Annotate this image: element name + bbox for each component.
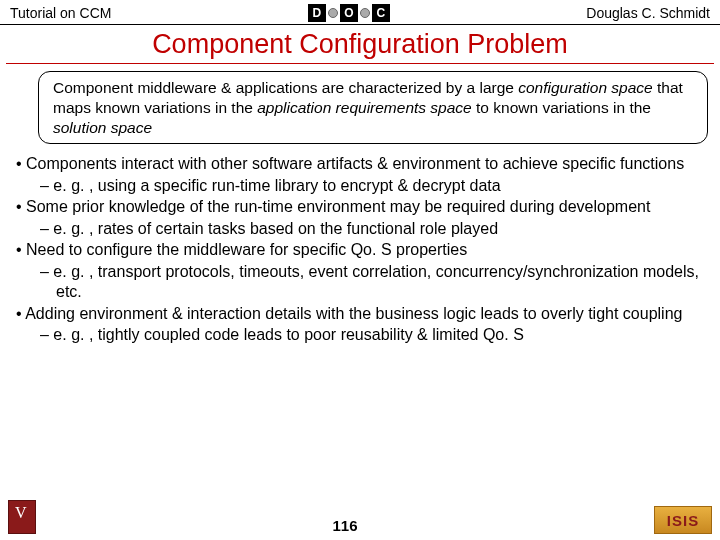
bullet-list: Components interact with other software … bbox=[0, 150, 720, 345]
bullet-level-1: Some prior knowledge of the run-time env… bbox=[16, 197, 704, 217]
bullet-text: Components interact with other software … bbox=[26, 155, 684, 172]
bullet-text: Some prior knowledge of the run-time env… bbox=[26, 198, 650, 215]
page-number: 116 bbox=[36, 517, 654, 534]
summary-callout: Component middleware & applications are … bbox=[38, 71, 708, 144]
bullet-text: Adding environment & interaction details… bbox=[25, 305, 682, 322]
bullet-text: e. g. , transport protocols, timeouts, e… bbox=[53, 263, 699, 300]
bullet-level-1: Need to configure the middleware for spe… bbox=[16, 240, 704, 260]
bullet-level-1: Components interact with other software … bbox=[16, 154, 704, 174]
bullet-text: e. g. , rates of certain tasks based on … bbox=[53, 220, 498, 237]
callout-text: Component middleware & applications are … bbox=[53, 79, 518, 96]
bullet-text: Need to configure the middleware for spe… bbox=[26, 241, 467, 258]
callout-text: to known variations in the bbox=[472, 99, 651, 116]
header-left-text: Tutorial on CCM bbox=[10, 5, 111, 21]
header-right-text: Douglas C. Schmidt bbox=[586, 5, 710, 21]
isis-logo: ISIS bbox=[654, 506, 712, 534]
callout-italic: configuration space bbox=[518, 79, 652, 96]
bullet-text: e. g. , tightly coupled code leads to po… bbox=[53, 326, 523, 343]
slide-footer: 116 ISIS bbox=[0, 500, 720, 534]
callout-italic: application requirements space bbox=[257, 99, 472, 116]
logo-dot bbox=[360, 8, 370, 18]
logo-letter-c: C bbox=[372, 4, 390, 22]
bullet-level-1: Adding environment & interaction details… bbox=[16, 304, 704, 324]
bullet-level-2: e. g. , rates of certain tasks based on … bbox=[16, 219, 704, 239]
bullet-level-2: e. g. , transport protocols, timeouts, e… bbox=[16, 262, 704, 303]
logo-letter-o: O bbox=[340, 4, 358, 22]
doc-group-logo: D O C bbox=[308, 4, 390, 22]
logo-dot bbox=[328, 8, 338, 18]
callout-italic: solution space bbox=[53, 119, 152, 136]
slide-header: Tutorial on CCM D O C Douglas C. Schmidt bbox=[0, 0, 720, 25]
logo-letter-d: D bbox=[308, 4, 326, 22]
bullet-level-2: e. g. , tightly coupled code leads to po… bbox=[16, 325, 704, 345]
bullet-level-2: e. g. , using a specific run-time librar… bbox=[16, 176, 704, 196]
slide-title: Component Configuration Problem bbox=[6, 25, 714, 64]
bullet-text: e. g. , using a specific run-time librar… bbox=[53, 177, 500, 194]
callout-container: Component middleware & applications are … bbox=[38, 71, 708, 144]
vanderbilt-logo bbox=[8, 500, 36, 534]
